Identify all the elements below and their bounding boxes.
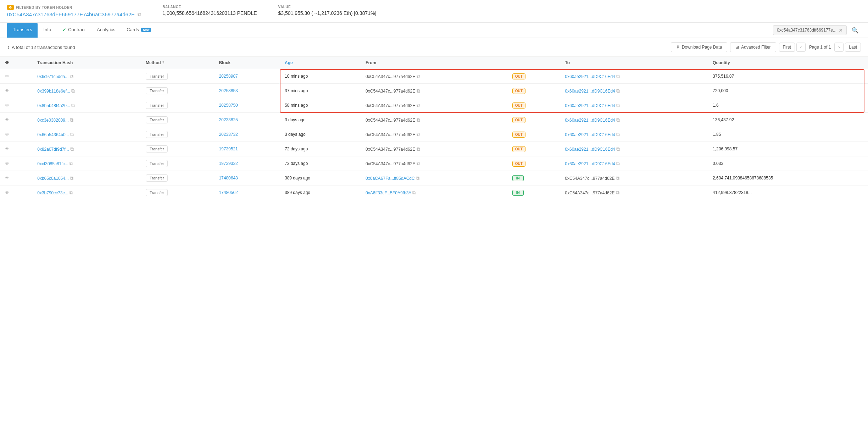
copy-hash-icon[interactable]: ⧉ [70,73,73,79]
copy-to-icon[interactable]: ⧉ [616,175,619,181]
first-page-button[interactable]: First [779,43,795,52]
copy-to-icon[interactable]: ⧉ [616,161,620,166]
copy-to-icon[interactable]: ⧉ [616,88,620,94]
tab-contract[interactable]: ✔ Contract [57,23,91,38]
quantity-cell: 412,998.37822318... [708,185,868,200]
copy-to-icon[interactable]: ⧉ [616,73,620,79]
table-row: 👁0x66a54364b0... ⧉Transfer202337323 days… [0,127,868,142]
prev-page-button[interactable]: ‹ [796,43,806,52]
to-address-link[interactable]: 0x60ae2921...dD9C16Ed4 [565,132,615,137]
block-link[interactable]: 20258853 [219,88,238,93]
download-label: Download Page Data [682,45,722,50]
copy-hash-icon[interactable]: ⧉ [70,146,74,152]
direction-badge: IN [512,175,524,181]
block-link[interactable]: 17480562 [219,190,238,195]
copy-hash-icon[interactable]: ⧉ [70,117,73,123]
last-page-button[interactable]: Last [845,43,861,52]
copy-to-icon[interactable]: ⧉ [616,190,619,195]
token-holder-address[interactable]: 0xC54A347c31763dFF669177E74b6aC36977a4d6… [7,11,135,17]
age-cell: 10 mins ago [280,69,361,84]
method-help-icon[interactable]: ? [162,61,165,65]
copy-to-icon[interactable]: ⧉ [616,146,620,152]
from-address-link[interactable]: 0x0aCA67Fa...ff85dACdC [366,176,415,181]
page-info: Page 1 of 1 [807,45,833,50]
copy-from-icon[interactable]: ⧉ [417,88,420,94]
to-address-link[interactable]: 0x60ae2921...dD9C16Ed4 [565,147,615,152]
copy-hash-icon[interactable]: ⧉ [69,190,73,195]
copy-from-icon[interactable]: ⧉ [417,146,420,152]
copy-to-icon[interactable]: ⧉ [616,132,620,137]
tx-hash-link[interactable]: 0x6c971c5dda... [37,74,68,79]
download-button[interactable]: ⬇ Download Page Data [671,42,727,52]
pill-close-icon[interactable]: ✕ [839,27,843,33]
copy-from-icon[interactable]: ⧉ [417,132,420,137]
tx-hash-link[interactable]: 0xc3e0382009... [37,118,69,123]
tab-analytics[interactable]: Analytics [91,23,121,38]
to-address-link[interactable]: 0x60ae2921...dD9C16Ed4 [565,161,615,166]
copy-address-icon[interactable]: ⧉ [138,11,141,17]
copy-from-icon[interactable]: ⧉ [416,175,419,181]
copy-to-icon[interactable]: ⧉ [616,117,620,123]
row-eye-icon[interactable]: 👁 [5,103,9,108]
block-link[interactable]: 19739521 [219,146,238,151]
block-link[interactable]: 20233825 [219,117,238,122]
tx-hash-link[interactable]: 0x66a54364b0... [37,132,69,137]
col-age: Age [280,57,361,69]
copy-hash-icon[interactable]: ⧉ [70,132,74,137]
copy-from-icon[interactable]: ⧉ [412,190,416,195]
block-link[interactable]: 20233732 [219,132,238,137]
row-eye-icon[interactable]: 👁 [5,117,9,122]
filter-button[interactable]: ⊞ Advanced Filter [730,42,776,52]
table-row: 👁0x8b5b48f4a20... ⧉Transfer2025875058 mi… [0,98,868,113]
block-link[interactable]: 20258987 [219,74,238,79]
tx-hash-link[interactable]: 0x8b5b48f4a20... [37,103,70,108]
from-address-link[interactable]: 0xA6ff33cF...5F0A9fb3A [366,190,411,195]
filter-icon: ⊞ [735,45,739,50]
to-address-link[interactable]: 0x60ae2921...dD9C16Ed4 [565,103,615,108]
copy-hash-icon[interactable]: ⧉ [70,175,73,181]
row-eye-icon[interactable]: 👁 [5,190,9,195]
tx-hash-link[interactable]: 0xb65c0a1054... [37,176,69,181]
copy-from-icon[interactable]: ⧉ [417,161,420,166]
download-icon: ⬇ [676,45,680,50]
copy-from-icon[interactable]: ⧉ [417,117,420,123]
tab-transfers-label: Transfers [13,27,32,32]
next-page-button[interactable]: › [834,43,844,52]
row-eye-icon[interactable]: 👁 [5,146,9,151]
quantity-cell: 2,604,741.09384658678688535 [708,171,868,185]
block-link[interactable]: 20258750 [219,103,238,108]
tx-hash-link[interactable]: 0x3b790cc73c... [37,190,68,195]
from-address: 0xC54A347c...977a4d62E [366,132,415,137]
row-eye-icon[interactable]: 👁 [5,132,9,137]
tab-cards[interactable]: Cards New [121,23,157,38]
table-row: 👁0xb65c0a1054... ⧉Transfer17480648389 da… [0,171,868,185]
copy-hash-icon[interactable]: ⧉ [71,88,75,94]
copy-hash-icon[interactable]: ⧉ [69,161,73,166]
tab-cards-label: Cards [127,27,139,32]
copy-to-icon[interactable]: ⧉ [616,102,620,108]
copy-hash-icon[interactable]: ⧉ [71,102,75,108]
method-badge: Transfer [146,131,168,138]
to-address-link[interactable]: 0x60ae2921...dD9C16Ed4 [565,118,615,123]
tab-transfers[interactable]: Transfers [7,23,38,38]
to-address-link[interactable]: 0x60ae2921...dD9C16Ed4 [565,74,615,79]
search-icon[interactable]: 🔍 [850,25,861,36]
row-eye-icon[interactable]: 👁 [5,88,9,93]
method-badge: Transfer [146,160,168,167]
col-to: To [560,57,708,69]
block-link[interactable]: 17480648 [219,176,238,181]
copy-from-icon[interactable]: ⧉ [417,73,420,79]
to-address-link[interactable]: 0x60ae2921...dD9C16Ed4 [565,89,615,94]
row-eye-icon[interactable]: 👁 [5,74,9,79]
tx-hash-link[interactable]: 0x399b118e6ef... [37,89,70,94]
tx-hash-link[interactable]: 0x82a07df9d7f... [37,147,69,152]
row-eye-icon[interactable]: 👁 [5,161,9,166]
col-direction [507,57,560,69]
tab-info[interactable]: Info [38,23,57,38]
tx-hash-link[interactable]: 0xcf3085c81fc... [37,161,68,166]
quantity-cell: 720,000 [708,84,868,98]
row-eye-icon[interactable]: 👁 [5,176,9,181]
copy-from-icon[interactable]: ⧉ [417,102,420,108]
nav-bar: Transfers Info ✔ Contract Analytics Card… [0,23,868,38]
block-link[interactable]: 19739332 [219,161,238,166]
